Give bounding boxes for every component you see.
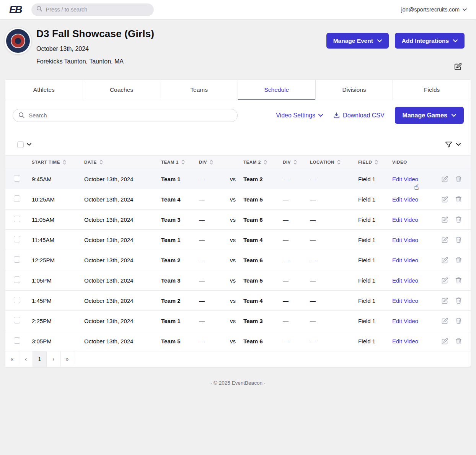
table-search-input[interactable]: [29, 112, 232, 119]
row-checkbox[interactable]: [14, 236, 20, 242]
pagination-prev-button[interactable]: ‹: [19, 351, 33, 367]
div2-cell: —: [278, 196, 305, 203]
delete-game-icon[interactable]: [455, 236, 462, 243]
column-header[interactable]: TEAM 2: [238, 159, 278, 165]
row-checkbox[interactable]: [14, 337, 20, 344]
edit-game-icon[interactable]: [441, 297, 448, 304]
video-settings-dropdown[interactable]: Video Settings: [276, 112, 323, 119]
eventbeacon-logo[interactable]: EB: [9, 4, 21, 16]
global-search-input[interactable]: [46, 6, 149, 13]
delete-game-icon[interactable]: [455, 216, 462, 223]
edit-game-icon[interactable]: [441, 317, 448, 325]
pagination-last-button[interactable]: »: [60, 351, 74, 367]
sort-icon[interactable]: [63, 159, 66, 165]
row-checkbox[interactable]: [14, 276, 20, 283]
tab[interactable]: Coaches: [83, 80, 161, 100]
edit-video-link[interactable]: Edit Video: [392, 216, 418, 223]
tab[interactable]: Fields: [393, 80, 471, 100]
sort-icon[interactable]: [375, 159, 378, 165]
edit-video-link[interactable]: Edit Video: [392, 176, 418, 182]
manage-event-button[interactable]: Manage Event: [326, 33, 389, 49]
location-cell: —: [305, 216, 353, 223]
edit-game-icon[interactable]: [441, 277, 448, 284]
pagination-page-1[interactable]: 1: [33, 351, 47, 367]
filter-icon[interactable]: [445, 141, 452, 148]
date-cell: October 13th, 2024: [79, 277, 156, 284]
pagination-next-button[interactable]: ›: [47, 351, 60, 367]
column-header[interactable]: DATE: [79, 159, 156, 165]
table-search[interactable]: [13, 109, 238, 122]
chevron-down-icon[interactable]: [456, 143, 461, 146]
add-integrations-button[interactable]: Add Integrations: [395, 33, 465, 49]
chevron-down-icon[interactable]: [27, 143, 31, 146]
edit-video-link[interactable]: Edit Video: [392, 237, 418, 243]
edit-game-icon[interactable]: [441, 236, 448, 244]
edit-game-icon[interactable]: [441, 216, 448, 223]
sort-icon[interactable]: [264, 159, 267, 165]
edit-video-link[interactable]: Edit Video: [392, 196, 418, 203]
manage-games-button[interactable]: Manage Games: [395, 107, 464, 124]
delete-game-icon[interactable]: [455, 317, 462, 324]
edit-video-link[interactable]: Edit Video: [392, 297, 418, 304]
row-checkbox[interactable]: [14, 256, 20, 263]
tab-label: Fields: [424, 86, 440, 93]
vs-cell: vs: [225, 277, 238, 284]
vs-cell: vs: [225, 237, 238, 243]
edit-video-link[interactable]: Edit Video: [392, 318, 418, 324]
tab[interactable]: Divisions: [316, 80, 393, 100]
chevron-down-icon: [453, 39, 458, 42]
sort-icon[interactable]: [337, 159, 341, 165]
account-menu[interactable]: jon@sportsrecruits.com: [401, 6, 467, 13]
event-tabs: Athletes Coaches Teams Schedule Division…: [5, 80, 471, 100]
team1-cell: Team 1: [156, 176, 194, 182]
sort-icon[interactable]: [99, 159, 103, 165]
column-header[interactable]: TEAM 1: [156, 159, 194, 165]
select-all-checkbox[interactable]: [17, 141, 24, 148]
row-checkbox[interactable]: [14, 195, 20, 202]
vs-cell: vs: [225, 216, 238, 223]
edit-video-link[interactable]: Edit Video: [392, 257, 418, 263]
vs-cell: vs: [225, 338, 238, 344]
schedule-row: 11:45AM October 13th, 2024 Team 1 — vs T…: [5, 230, 471, 250]
pagination-first-button[interactable]: «: [5, 351, 19, 367]
download-csv-button[interactable]: Download CSV: [333, 112, 385, 119]
column-header[interactable]: VIDEO: [387, 160, 437, 164]
video-settings-label: Video Settings: [276, 112, 315, 119]
tab[interactable]: Athletes: [5, 80, 83, 100]
schedule-row: 11:05AM October 13th, 2024 Team 3 — vs T…: [5, 210, 471, 230]
delete-game-icon[interactable]: [455, 196, 462, 203]
edit-game-icon[interactable]: [441, 196, 448, 203]
tab[interactable]: Schedule: [238, 80, 316, 100]
column-header[interactable]: DIV: [278, 159, 305, 165]
row-checkbox[interactable]: [14, 297, 20, 303]
sort-icon[interactable]: [181, 159, 185, 165]
column-header[interactable]: START TIME: [27, 159, 79, 165]
row-checkbox[interactable]: [14, 175, 20, 182]
edit-game-icon[interactable]: [441, 257, 448, 264]
start-time-cell: 1:45PM: [27, 297, 79, 304]
team2-cell: Team 2: [238, 176, 278, 182]
column-header[interactable]: LOCATION: [305, 159, 353, 165]
delete-game-icon[interactable]: [455, 277, 462, 284]
delete-game-icon[interactable]: [455, 338, 462, 344]
global-search[interactable]: [31, 3, 154, 16]
div1-cell: —: [194, 216, 225, 223]
sort-icon[interactable]: [293, 159, 297, 165]
tab[interactable]: Teams: [160, 80, 238, 100]
row-checkbox[interactable]: [14, 317, 20, 323]
sort-icon[interactable]: [210, 159, 213, 165]
div2-cell: —: [278, 277, 305, 284]
edit-event-icon[interactable]: [454, 62, 462, 71]
date-cell: October 13th, 2024: [79, 196, 156, 203]
row-checkbox[interactable]: [14, 216, 20, 222]
edit-game-icon[interactable]: [441, 176, 448, 183]
delete-game-icon[interactable]: [455, 297, 462, 304]
edit-game-icon[interactable]: [441, 338, 448, 345]
team2-cell: Team 6: [238, 338, 278, 344]
delete-game-icon[interactable]: [455, 176, 462, 182]
edit-video-link[interactable]: Edit Video: [392, 277, 418, 284]
edit-video-link[interactable]: Edit Video: [392, 338, 418, 344]
delete-game-icon[interactable]: [455, 257, 462, 263]
column-header[interactable]: DIV: [194, 159, 225, 165]
column-header[interactable]: FIELD: [353, 159, 387, 165]
